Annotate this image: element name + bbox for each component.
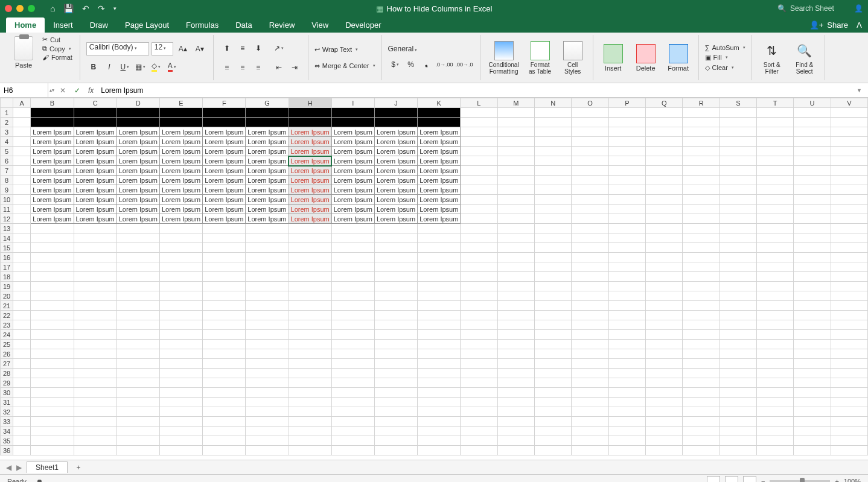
- cell[interactable]: [683, 340, 720, 349]
- cell[interactable]: [13, 233, 31, 243]
- cell[interactable]: [831, 398, 867, 407]
- cell[interactable]: [461, 349, 497, 359]
- row-header[interactable]: 31: [1, 398, 13, 407]
- cell[interactable]: [683, 407, 720, 417]
- cell[interactable]: [794, 156, 831, 166]
- cell[interactable]: [159, 320, 202, 330]
- cell[interactable]: [794, 108, 831, 118]
- cell[interactable]: [374, 108, 417, 118]
- cell[interactable]: Lorem Ipsum: [203, 166, 246, 176]
- cell[interactable]: [683, 291, 720, 301]
- cell[interactable]: [683, 156, 720, 166]
- cell[interactable]: [159, 243, 202, 253]
- cell[interactable]: [608, 127, 645, 137]
- cell[interactable]: [720, 330, 756, 340]
- cell[interactable]: [461, 407, 497, 417]
- cell[interactable]: [608, 176, 645, 185]
- cell[interactable]: [203, 446, 246, 455]
- cell[interactable]: [289, 359, 331, 369]
- cell[interactable]: [159, 301, 202, 311]
- cell[interactable]: [116, 243, 159, 253]
- close-window[interactable]: [5, 5, 12, 12]
- cell[interactable]: [74, 340, 116, 349]
- cell[interactable]: [74, 291, 116, 301]
- cell[interactable]: [646, 311, 683, 320]
- cell[interactable]: [534, 147, 571, 156]
- cell[interactable]: [831, 378, 867, 388]
- cell[interactable]: [159, 446, 202, 455]
- column-header[interactable]: T: [757, 98, 794, 108]
- cell[interactable]: [646, 108, 683, 118]
- cell[interactable]: Lorem Ipsum: [246, 127, 289, 137]
- cell[interactable]: [374, 427, 417, 436]
- cell[interactable]: Lorem Ipsum: [116, 195, 159, 205]
- cell[interactable]: [31, 436, 74, 446]
- cell[interactable]: [418, 272, 461, 282]
- cell[interactable]: [289, 262, 331, 272]
- cell[interactable]: [203, 417, 246, 427]
- cell[interactable]: [831, 166, 867, 176]
- cell[interactable]: [374, 320, 417, 330]
- cell[interactable]: [74, 436, 116, 446]
- cell[interactable]: [534, 301, 571, 311]
- cell[interactable]: [31, 262, 74, 272]
- cell[interactable]: [757, 262, 794, 272]
- cell[interactable]: [683, 127, 720, 137]
- cell[interactable]: [572, 378, 608, 388]
- cell[interactable]: Lorem Ipsum: [74, 214, 116, 224]
- cell[interactable]: [246, 253, 289, 262]
- cell[interactable]: Lorem Ipsum: [374, 156, 417, 166]
- cell[interactable]: [534, 127, 571, 137]
- cell[interactable]: [331, 427, 374, 436]
- cell[interactable]: [831, 118, 867, 127]
- cell[interactable]: [374, 436, 417, 446]
- cell[interactable]: [246, 272, 289, 282]
- cell[interactable]: [116, 282, 159, 291]
- cell[interactable]: Lorem Ipsum: [331, 156, 374, 166]
- cell[interactable]: [757, 417, 794, 427]
- cell[interactable]: [794, 340, 831, 349]
- cell[interactable]: [31, 243, 74, 253]
- cell[interactable]: [331, 330, 374, 340]
- format-as-table-button[interactable]: Format as Table: [526, 40, 554, 76]
- cell[interactable]: [497, 340, 534, 349]
- cell[interactable]: [720, 137, 756, 147]
- cell[interactable]: [534, 214, 571, 224]
- cell[interactable]: [497, 388, 534, 398]
- cell[interactable]: [757, 369, 794, 378]
- cell[interactable]: [608, 388, 645, 398]
- row-header[interactable]: 19: [1, 282, 13, 291]
- cell[interactable]: [461, 359, 497, 369]
- cell[interactable]: [794, 417, 831, 427]
- cell[interactable]: [757, 108, 794, 118]
- cell[interactable]: [757, 320, 794, 330]
- cell[interactable]: [74, 262, 116, 272]
- cell[interactable]: [794, 118, 831, 127]
- cell[interactable]: [374, 301, 417, 311]
- cell[interactable]: [31, 388, 74, 398]
- cell[interactable]: [683, 369, 720, 378]
- cell[interactable]: [13, 205, 31, 214]
- cell[interactable]: [13, 311, 31, 320]
- cell[interactable]: [203, 118, 246, 127]
- column-header[interactable]: Q: [646, 98, 683, 108]
- cell[interactable]: [246, 224, 289, 233]
- font-name-select[interactable]: Calibri (Body): [86, 42, 149, 55]
- cell[interactable]: [374, 291, 417, 301]
- cell[interactable]: [646, 378, 683, 388]
- cell[interactable]: [794, 446, 831, 455]
- cell[interactable]: [374, 311, 417, 320]
- fill-button[interactable]: ▣Fill: [705, 54, 745, 62]
- cell[interactable]: [794, 147, 831, 156]
- cell[interactable]: Lorem Ipsum: [418, 137, 461, 147]
- cell[interactable]: [116, 388, 159, 398]
- cell[interactable]: [331, 407, 374, 417]
- cell[interactable]: [720, 108, 756, 118]
- cell[interactable]: [683, 137, 720, 147]
- cell[interactable]: [461, 118, 497, 127]
- cell[interactable]: [646, 407, 683, 417]
- cell[interactable]: [374, 349, 417, 359]
- cell[interactable]: [572, 369, 608, 378]
- cell[interactable]: [720, 147, 756, 156]
- cell[interactable]: [159, 311, 202, 320]
